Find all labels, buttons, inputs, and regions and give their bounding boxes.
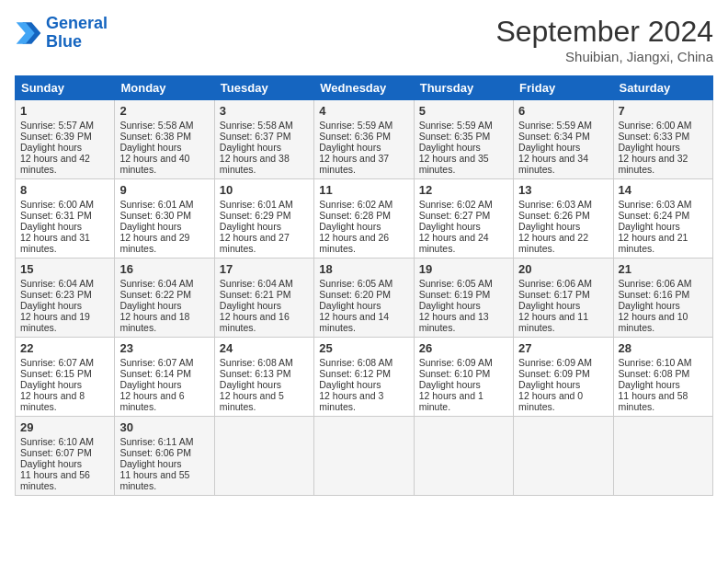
calendar-cell: 27Sunrise: 6:09 AMSunset: 6:09 PMDayligh… bbox=[514, 338, 613, 417]
day-info: Sunrise: 5:59 AMSunset: 6:34 PMDaylight … bbox=[518, 120, 592, 175]
day-info: Sunrise: 6:03 AMSunset: 6:26 PMDaylight … bbox=[518, 199, 592, 254]
calendar-cell: 5Sunrise: 5:59 AMSunset: 6:35 PMDaylight… bbox=[414, 100, 513, 179]
calendar-table: SundayMondayTuesdayWednesdayThursdayFrid… bbox=[15, 75, 713, 496]
day-info: Sunrise: 6:03 AMSunset: 6:24 PMDaylight … bbox=[619, 199, 692, 254]
day-number: 25 bbox=[319, 341, 408, 355]
day-number: 10 bbox=[220, 183, 309, 197]
day-number: 3 bbox=[220, 104, 309, 118]
calendar-cell: 21Sunrise: 6:06 AMSunset: 6:16 PMDayligh… bbox=[613, 259, 712, 338]
day-number: 28 bbox=[619, 341, 708, 355]
day-info: Sunrise: 6:08 AMSunset: 6:13 PMDaylight … bbox=[220, 357, 293, 412]
location-subtitle: Shuibian, Jiangxi, China bbox=[495, 49, 713, 64]
day-info: Sunrise: 5:57 AMSunset: 6:39 PMDaylight … bbox=[20, 120, 94, 175]
calendar-cell: 17Sunrise: 6:04 AMSunset: 6:21 PMDayligh… bbox=[214, 259, 313, 338]
calendar-week-row: 15Sunrise: 6:04 AMSunset: 6:23 PMDayligh… bbox=[16, 259, 713, 338]
day-info: Sunrise: 5:58 AMSunset: 6:38 PMDaylight … bbox=[119, 120, 193, 175]
day-info: Sunrise: 6:07 AMSunset: 6:14 PMDaylight … bbox=[119, 357, 193, 412]
day-number: 9 bbox=[119, 183, 209, 197]
day-number: 30 bbox=[119, 420, 209, 434]
day-info: Sunrise: 6:00 AMSunset: 6:31 PMDaylight … bbox=[20, 199, 94, 254]
calendar-cell: 19Sunrise: 6:05 AMSunset: 6:19 PMDayligh… bbox=[414, 259, 513, 338]
day-number: 26 bbox=[419, 341, 508, 355]
day-info: Sunrise: 6:01 AMSunset: 6:29 PMDaylight … bbox=[220, 199, 293, 254]
calendar-cell: 24Sunrise: 6:08 AMSunset: 6:13 PMDayligh… bbox=[214, 338, 313, 417]
calendar-cell bbox=[514, 417, 613, 496]
calendar-header-wednesday: Wednesday bbox=[314, 76, 414, 100]
calendar-header-sunday: Sunday bbox=[16, 76, 115, 100]
day-number: 8 bbox=[20, 183, 109, 197]
day-number: 2 bbox=[119, 104, 209, 118]
day-info: Sunrise: 6:11 AMSunset: 6:06 PMDaylight … bbox=[119, 436, 193, 491]
day-number: 1 bbox=[20, 104, 109, 118]
calendar-cell: 18Sunrise: 6:05 AMSunset: 6:20 PMDayligh… bbox=[314, 259, 414, 338]
day-number: 14 bbox=[619, 183, 708, 197]
calendar-cell bbox=[314, 417, 414, 496]
logo-text: General Blue bbox=[46, 15, 108, 52]
calendar-cell: 20Sunrise: 6:06 AMSunset: 6:17 PMDayligh… bbox=[514, 259, 613, 338]
day-info: Sunrise: 6:07 AMSunset: 6:15 PMDaylight … bbox=[20, 357, 94, 412]
day-number: 19 bbox=[419, 262, 508, 276]
calendar-cell: 16Sunrise: 6:04 AMSunset: 6:22 PMDayligh… bbox=[115, 259, 214, 338]
calendar-cell: 10Sunrise: 6:01 AMSunset: 6:29 PMDayligh… bbox=[214, 179, 313, 259]
day-info: Sunrise: 6:04 AMSunset: 6:21 PMDaylight … bbox=[220, 278, 293, 333]
calendar-week-row: 1Sunrise: 5:57 AMSunset: 6:39 PMDaylight… bbox=[16, 100, 713, 179]
calendar-cell: 1Sunrise: 5:57 AMSunset: 6:39 PMDaylight… bbox=[16, 100, 115, 179]
day-info: Sunrise: 6:00 AMSunset: 6:33 PMDaylight … bbox=[619, 120, 692, 175]
calendar-header-saturday: Saturday bbox=[613, 76, 712, 100]
calendar-cell: 8Sunrise: 6:00 AMSunset: 6:31 PMDaylight… bbox=[16, 179, 115, 259]
day-number: 22 bbox=[20, 341, 109, 355]
day-info: Sunrise: 6:01 AMSunset: 6:30 PMDaylight … bbox=[119, 199, 193, 254]
calendar-cell: 4Sunrise: 5:59 AMSunset: 6:36 PMDaylight… bbox=[314, 100, 414, 179]
logo-line2: Blue bbox=[46, 32, 82, 51]
day-number: 27 bbox=[518, 341, 608, 355]
calendar-cell: 26Sunrise: 6:09 AMSunset: 6:10 PMDayligh… bbox=[414, 338, 513, 417]
day-number: 11 bbox=[319, 183, 408, 197]
calendar-cell bbox=[414, 417, 513, 496]
day-info: Sunrise: 6:09 AMSunset: 6:09 PMDaylight … bbox=[518, 357, 592, 412]
title-block: September 2024 Shuibian, Jiangxi, China bbox=[495, 15, 713, 64]
calendar-cell: 9Sunrise: 6:01 AMSunset: 6:30 PMDaylight… bbox=[115, 179, 214, 259]
day-number: 18 bbox=[319, 262, 408, 276]
calendar-week-row: 8Sunrise: 6:00 AMSunset: 6:31 PMDaylight… bbox=[16, 179, 713, 259]
day-info: Sunrise: 5:59 AMSunset: 6:36 PMDaylight … bbox=[319, 120, 392, 175]
calendar-header-friday: Friday bbox=[514, 76, 613, 100]
calendar-header-tuesday: Tuesday bbox=[214, 76, 313, 100]
calendar-cell: 3Sunrise: 5:58 AMSunset: 6:37 PMDaylight… bbox=[214, 100, 313, 179]
day-info: Sunrise: 6:05 AMSunset: 6:19 PMDaylight … bbox=[419, 278, 493, 333]
calendar-cell: 12Sunrise: 6:02 AMSunset: 6:27 PMDayligh… bbox=[414, 179, 513, 259]
day-number: 21 bbox=[619, 262, 708, 276]
day-number: 29 bbox=[20, 420, 109, 434]
calendar-cell: 23Sunrise: 6:07 AMSunset: 6:14 PMDayligh… bbox=[115, 338, 214, 417]
calendar-cell: 30Sunrise: 6:11 AMSunset: 6:06 PMDayligh… bbox=[115, 417, 214, 496]
day-info: Sunrise: 6:09 AMSunset: 6:10 PMDaylight … bbox=[419, 357, 493, 412]
day-number: 13 bbox=[518, 183, 608, 197]
day-info: Sunrise: 6:04 AMSunset: 6:23 PMDaylight … bbox=[20, 278, 94, 333]
day-number: 24 bbox=[220, 341, 309, 355]
day-info: Sunrise: 6:08 AMSunset: 6:12 PMDaylight … bbox=[319, 357, 392, 412]
calendar-cell: 25Sunrise: 6:08 AMSunset: 6:12 PMDayligh… bbox=[314, 338, 414, 417]
day-number: 15 bbox=[20, 262, 109, 276]
day-number: 6 bbox=[518, 104, 608, 118]
logo: General Blue bbox=[15, 15, 108, 52]
calendar-cell: 2Sunrise: 5:58 AMSunset: 6:38 PMDaylight… bbox=[115, 100, 214, 179]
logo-icon bbox=[15, 19, 42, 47]
calendar-cell: 22Sunrise: 6:07 AMSunset: 6:15 PMDayligh… bbox=[16, 338, 115, 417]
day-info: Sunrise: 5:58 AMSunset: 6:37 PMDaylight … bbox=[220, 120, 293, 175]
calendar-cell: 13Sunrise: 6:03 AMSunset: 6:26 PMDayligh… bbox=[514, 179, 613, 259]
calendar-header-monday: Monday bbox=[115, 76, 214, 100]
day-info: Sunrise: 6:04 AMSunset: 6:22 PMDaylight … bbox=[119, 278, 193, 333]
calendar-week-row: 22Sunrise: 6:07 AMSunset: 6:15 PMDayligh… bbox=[16, 338, 713, 417]
day-info: Sunrise: 6:02 AMSunset: 6:27 PMDaylight … bbox=[419, 199, 493, 254]
calendar-header-thursday: Thursday bbox=[414, 76, 513, 100]
page-header: General Blue September 2024 Shuibian, Ji… bbox=[15, 15, 713, 64]
calendar-cell: 28Sunrise: 6:10 AMSunset: 6:08 PMDayligh… bbox=[613, 338, 712, 417]
day-number: 4 bbox=[319, 104, 408, 118]
calendar-cell bbox=[214, 417, 313, 496]
day-number: 20 bbox=[518, 262, 608, 276]
day-number: 12 bbox=[419, 183, 508, 197]
calendar-cell bbox=[613, 417, 712, 496]
day-info: Sunrise: 6:10 AMSunset: 6:07 PMDaylight … bbox=[20, 436, 94, 491]
day-number: 23 bbox=[119, 341, 209, 355]
month-title: September 2024 bbox=[495, 15, 713, 49]
day-info: Sunrise: 6:02 AMSunset: 6:28 PMDaylight … bbox=[319, 199, 392, 254]
